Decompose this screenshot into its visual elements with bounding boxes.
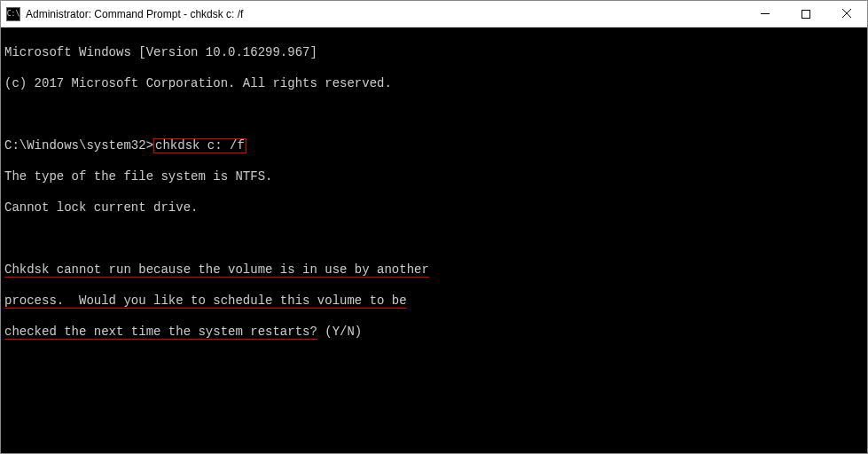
close-button[interactable] (826, 1, 867, 27)
highlighted-command: chkdsk c: /f (153, 138, 246, 153)
message-underline-3: checked the next time the system restart… (4, 325, 317, 340)
prompt-text: C:\Windows\system32> (4, 138, 153, 153)
titlebar[interactable]: C:\ Administrator: Command Prompt - chkd… (1, 1, 867, 27)
minimize-icon (761, 13, 770, 14)
window-controls (745, 1, 867, 27)
message-yn: (Y/N) (317, 325, 362, 339)
message-line-2: process. Would you like to schedule this… (4, 294, 864, 309)
message-underline-2: process. Would you like to schedule this… (4, 294, 407, 309)
message-line-1: Chkdsk cannot run because the volume is … (4, 262, 864, 278)
cmd-icon-label: C:\ (7, 11, 20, 18)
lock-line: Cannot lock current drive. (4, 200, 864, 216)
filesystem-line: The type of the file system is NTFS. (4, 169, 864, 185)
window-title: Administrator: Command Prompt - chkdsk c… (26, 8, 745, 20)
minimize-button[interactable] (745, 1, 786, 27)
message-line-3: checked the next time the system restart… (4, 325, 864, 340)
copyright-line: (c) 2017 Microsoft Corporation. All righ… (4, 76, 864, 92)
close-icon (842, 9, 851, 20)
command-prompt-window: C:\ Administrator: Command Prompt - chkd… (0, 0, 868, 454)
version-line: Microsoft Windows [Version 10.0.16299.96… (4, 45, 864, 61)
terminal-area[interactable]: Microsoft Windows [Version 10.0.16299.96… (1, 27, 867, 453)
maximize-icon (802, 10, 810, 19)
cmd-icon: C:\ (6, 7, 20, 21)
prompt-line: C:\Windows\system32>chkdsk c: /f (4, 138, 864, 154)
blank-line-2 (4, 231, 864, 247)
message-underline-1: Chkdsk cannot run because the volume is … (4, 262, 429, 278)
maximize-button[interactable] (786, 1, 826, 27)
blank-line (4, 107, 864, 123)
